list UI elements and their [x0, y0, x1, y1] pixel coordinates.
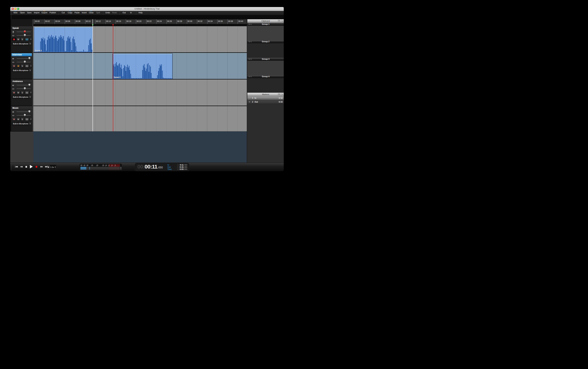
marker-row[interactable]: 1In0:11: [247, 96, 284, 100]
copy-label: Copy: [68, 11, 72, 14]
pin-panel-icon[interactable]: [278, 93, 280, 96]
lane-ambience[interactable]: [33, 80, 247, 106]
slider-handle[interactable]: [29, 57, 30, 59]
skip-to-end-button[interactable]: [44, 164, 49, 169]
track-buttons: MS▼: [12, 38, 32, 41]
pan-slider[interactable]: [12, 61, 31, 63]
input-level-slider[interactable]: [12, 111, 31, 113]
pin-panel-icon[interactable]: [278, 20, 280, 22]
clipboard-group-header[interactable]: Alt+1Group 1: [247, 23, 284, 26]
transport-drag-handle-icon[interactable]: [11, 164, 11, 170]
lane-speak[interactable]: Speak 6: [33, 26, 247, 52]
solo-button[interactable]: S: [21, 91, 24, 94]
clipboard-group-body[interactable]: [247, 43, 284, 58]
pan-slider[interactable]: [12, 34, 31, 37]
close-panel-icon[interactable]: [281, 20, 283, 22]
mute-button[interactable]: M: [16, 118, 20, 121]
in-marker-flag-icon[interactable]: [92, 24, 94, 26]
record-arm-button[interactable]: [12, 91, 16, 94]
slider-handle[interactable]: [24, 61, 26, 63]
fast-forward-button[interactable]: [39, 164, 44, 169]
ruler-time-label: 00:26: [167, 20, 172, 22]
pan-slider[interactable]: [12, 87, 31, 90]
speed-down-icon[interactable]: [55, 167, 56, 168]
input-device-select[interactable]: Built-in Microphone: [12, 69, 29, 72]
input-device-select[interactable]: Built-in Microphone: [12, 42, 29, 45]
timeline-lanes[interactable]: Speak 6Speak 6: [33, 26, 247, 131]
input-device-arrow-icon[interactable]: ▼: [29, 69, 31, 72]
new-label: New: [13, 11, 18, 14]
time-display[interactable]: 00:00:11.490 In:0:00:11.490Out:0:00:15.4…: [135, 163, 189, 171]
close-panel-icon[interactable]: [281, 93, 283, 96]
clipboard-group-body[interactable]: [247, 26, 284, 40]
track-name[interactable]: Ambience: [11, 80, 32, 83]
track-name[interactable]: Music: [11, 107, 32, 109]
marker-time: 0:15: [279, 101, 283, 103]
mixer-eq-button[interactable]: [24, 118, 29, 121]
record-arm-button[interactable]: [12, 64, 16, 68]
mute-button[interactable]: M: [16, 38, 20, 41]
input-device-select[interactable]: Built-in Microphone: [12, 122, 29, 125]
mixer-eq-button[interactable]: [24, 91, 29, 94]
timeline-ruler[interactable]: 00:0000:0200:0400:0600:0800:1000:1200:14…: [33, 19, 247, 24]
out-marker-flag-icon[interactable]: [112, 24, 114, 26]
input-device-arrow-icon[interactable]: ▼: [29, 96, 31, 99]
mute-button[interactable]: M: [16, 91, 20, 94]
clipboard-group-header[interactable]: Alt+4Group 4: [247, 75, 284, 78]
slider-handle[interactable]: [24, 87, 26, 90]
solo-button[interactable]: S: [21, 38, 24, 41]
clipboard-group-body[interactable]: [247, 61, 284, 75]
marker-row[interactable]: 2Out0:15: [247, 100, 284, 104]
rewind-button[interactable]: [19, 164, 24, 169]
slider-handle[interactable]: [24, 31, 26, 33]
input-device-select[interactable]: Built-in Microphone: [12, 96, 29, 99]
track-options-button[interactable]: ▼: [30, 64, 32, 68]
paste-label: Paste: [74, 11, 80, 14]
record-button[interactable]: [34, 164, 39, 169]
speed-up-icon[interactable]: [55, 166, 56, 167]
mixer-eq-button[interactable]: [24, 38, 29, 41]
vu-scale-label: -25: [91, 164, 93, 166]
input-level-slider[interactable]: [12, 31, 31, 33]
track-options-button[interactable]: ▼: [30, 38, 32, 41]
time-field-label: In:: [167, 164, 170, 166]
ruler-tick: [85, 19, 85, 24]
speed-stepper[interactable]: [54, 165, 56, 169]
stop-button[interactable]: [24, 164, 29, 169]
track-name[interactable]: Speak: [11, 27, 32, 30]
window-titlebar[interactable]: Untitled - Hindenburg Trial: [10, 7, 284, 11]
lane-interview[interactable]: Speak 6: [33, 53, 247, 79]
solo-button[interactable]: S: [21, 118, 24, 121]
audio-clip[interactable]: Speak 6: [113, 54, 173, 79]
play-button[interactable]: [29, 164, 34, 169]
solo-button[interactable]: S: [21, 64, 24, 68]
lane-music[interactable]: [33, 106, 247, 131]
marker-expand-icon[interactable]: [249, 98, 250, 99]
export-label: Export: [41, 11, 47, 14]
audio-clip[interactable]: Speak 6: [34, 27, 93, 52]
pan-slider[interactable]: [12, 114, 31, 117]
track-name[interactable]: Interview: [11, 53, 32, 56]
mixer-eq-button[interactable]: [24, 64, 29, 68]
clipboard-group-header[interactable]: Alt+3Group 3: [247, 58, 284, 61]
slider-handle[interactable]: [29, 84, 30, 86]
mute-button[interactable]: M: [16, 64, 20, 68]
track-options-button[interactable]: ▼: [30, 118, 32, 121]
slider-handle[interactable]: [24, 34, 26, 36]
input-level-slider[interactable]: [12, 57, 31, 60]
clipboard-group-header[interactable]: Alt+2Group 2: [247, 40, 284, 43]
track-options-button[interactable]: ▼: [30, 91, 32, 94]
slider-handle[interactable]: [29, 111, 30, 113]
track-buttons: MS▼: [12, 118, 32, 121]
ruler-time-label: 00:20: [137, 20, 141, 22]
input-device-arrow-icon[interactable]: ▼: [29, 122, 31, 125]
input-device-arrow-icon[interactable]: ▼: [29, 42, 31, 45]
record-arm-button[interactable]: [12, 118, 16, 121]
slider-handle[interactable]: [24, 114, 26, 116]
record-arm-button[interactable]: [12, 38, 16, 41]
speed-value: 1.5x: [50, 165, 54, 169]
skip-to-start-button[interactable]: [14, 164, 19, 169]
clipboard-group-body[interactable]: [247, 78, 284, 93]
marker-expand-icon[interactable]: [249, 102, 250, 102]
input-level-slider[interactable]: [12, 84, 31, 86]
